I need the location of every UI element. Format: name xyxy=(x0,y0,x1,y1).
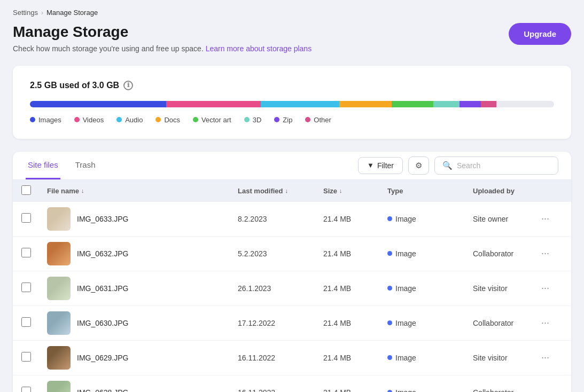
search-icon: 🔍 xyxy=(442,161,453,170)
file-name: IMG_0629.JPG xyxy=(77,354,129,362)
select-all-checkbox[interactable] xyxy=(21,185,31,195)
type-label: Image xyxy=(395,354,416,362)
file-name-cell: IMG_0628.JPG xyxy=(47,381,238,392)
row-checkbox[interactable] xyxy=(21,213,31,223)
breadcrumb-current: Manage Storage xyxy=(46,9,98,17)
uploaded-by: Site visitor xyxy=(473,284,537,293)
sort-arrow-filename: ↓ xyxy=(81,187,84,194)
legend-item-audio: Audio xyxy=(116,116,143,124)
last-modified: 16.11.2022 xyxy=(238,388,323,392)
legend-dot xyxy=(305,117,310,122)
breadcrumb-parent[interactable]: Settings xyxy=(13,9,38,17)
last-modified: 26.1.2023 xyxy=(238,284,323,293)
file-name: IMG_0633.JPG xyxy=(77,215,129,223)
bar-segment-videos xyxy=(166,101,261,107)
file-type: Image xyxy=(387,284,473,293)
legend-dot xyxy=(155,117,161,122)
table-row[interactable]: IMG_0633.JPG 8.2.2023 21.4 MB Image Site… xyxy=(13,202,571,237)
storage-used-text: 2.5 GB used of 3.0 GB xyxy=(30,81,119,90)
breadcrumb-separator: › xyxy=(41,9,43,17)
column-settings-button[interactable]: ⚙ xyxy=(408,156,429,175)
legend-dot xyxy=(193,117,198,122)
col-header-modified[interactable]: Last modified ↓ xyxy=(238,187,323,195)
file-name: IMG_0631.JPG xyxy=(77,284,129,293)
more-button[interactable]: ··· xyxy=(537,280,554,296)
bar-segment-3d xyxy=(433,101,460,107)
type-label: Image xyxy=(395,388,416,392)
legend-item-images: Images xyxy=(30,116,61,124)
search-input[interactable] xyxy=(457,161,550,170)
type-label: Image xyxy=(395,284,416,293)
file-size: 21.4 MB xyxy=(323,388,387,392)
file-thumbnail xyxy=(47,346,71,370)
more-button[interactable]: ··· xyxy=(537,246,554,261)
legend-label: Zip xyxy=(283,116,292,124)
col-header-filename[interactable]: File name ↓ xyxy=(47,187,238,195)
filter-icon: ▼ xyxy=(367,161,374,169)
table-row[interactable]: IMG_0629.JPG 16.11.2022 21.4 MB Image Si… xyxy=(13,341,571,375)
row-checkbox-cell xyxy=(21,317,47,328)
legend-item-vector-art: Vector art xyxy=(193,116,231,124)
file-size: 21.4 MB xyxy=(323,354,387,362)
legend-item-zip: Zip xyxy=(274,116,292,124)
breadcrumb: Settings › Manage Storage xyxy=(13,9,571,17)
files-card: Site files Trash ▼ Filter ⚙ 🔍 xyxy=(13,152,571,392)
file-type: Image xyxy=(387,319,473,327)
more-button[interactable]: ··· xyxy=(537,211,554,226)
file-type: Image xyxy=(387,215,473,223)
file-name-cell: IMG_0632.JPG xyxy=(47,242,238,265)
type-label: Image xyxy=(395,215,416,223)
file-thumbnail xyxy=(47,311,71,335)
file-size: 21.4 MB xyxy=(323,215,387,223)
filter-label: Filter xyxy=(377,161,394,170)
file-name: IMG_0630.JPG xyxy=(77,319,129,327)
learn-more-link[interactable]: Learn more about storage plans xyxy=(206,44,312,53)
legend-label: Other xyxy=(314,116,331,124)
uploaded-by: Collaborator xyxy=(473,319,537,327)
row-checkbox[interactable] xyxy=(21,283,31,292)
file-type: Image xyxy=(387,388,473,392)
table-row[interactable]: IMG_0630.JPG 17.12.2022 21.4 MB Image Co… xyxy=(13,306,571,341)
legend-dot xyxy=(116,117,122,122)
tab-site-files[interactable]: Site files xyxy=(26,152,60,179)
row-checkbox-cell xyxy=(21,213,47,224)
more-actions-cell: ··· xyxy=(537,350,563,365)
table-header: File name ↓ Last modified ↓ Size ↓ Type … xyxy=(13,180,571,202)
legend-label: Vector art xyxy=(201,116,231,124)
legend-label: Audio xyxy=(125,116,143,124)
tab-trash[interactable]: Trash xyxy=(73,152,98,179)
info-icon[interactable]: ℹ xyxy=(123,81,133,90)
row-checkbox[interactable] xyxy=(21,352,31,362)
col-modified-label: Last modified xyxy=(238,187,283,195)
col-header-size[interactable]: Size ↓ xyxy=(323,187,387,195)
row-checkbox[interactable] xyxy=(21,248,31,257)
file-thumbnail xyxy=(47,207,71,231)
page-title: Manage Storage xyxy=(13,23,312,41)
col-header-uploaded: Uploaded by xyxy=(473,187,537,195)
row-checkbox[interactable] xyxy=(21,387,31,392)
more-button[interactable]: ··· xyxy=(537,315,554,331)
file-thumbnail xyxy=(47,242,71,265)
type-label: Image xyxy=(395,249,416,258)
legend-dot xyxy=(30,117,35,122)
page-subtitle: Check how much storage you're using and … xyxy=(13,44,312,53)
col-header-type: Type xyxy=(387,187,473,195)
legend-item-3d: 3D xyxy=(244,116,262,124)
upgrade-button[interactable]: Upgrade xyxy=(509,23,571,45)
legend-item-videos: Videos xyxy=(74,116,104,124)
row-checkbox-cell xyxy=(21,248,47,259)
more-button[interactable]: ··· xyxy=(537,385,554,392)
table-row[interactable]: IMG_0631.JPG 26.1.2023 21.4 MB Image Sit… xyxy=(13,271,571,306)
sort-arrow-size: ↓ xyxy=(339,187,342,194)
filter-button[interactable]: ▼ Filter xyxy=(358,157,403,174)
sliders-icon: ⚙ xyxy=(415,161,422,170)
table-row[interactable]: IMG_0632.JPG 5.2.2023 21.4 MB Image Coll… xyxy=(13,237,571,271)
type-dot xyxy=(387,286,392,291)
more-button[interactable]: ··· xyxy=(537,350,554,365)
table-body: IMG_0633.JPG 8.2.2023 21.4 MB Image Site… xyxy=(13,202,571,392)
subtitle-text: Check how much storage you're using and … xyxy=(13,44,204,53)
row-checkbox[interactable] xyxy=(21,317,31,327)
select-all-cell xyxy=(21,185,47,197)
table-row[interactable]: IMG_0628.JPG 16.11.2022 21.4 MB Image Co… xyxy=(13,375,571,392)
file-size: 21.4 MB xyxy=(323,319,387,327)
